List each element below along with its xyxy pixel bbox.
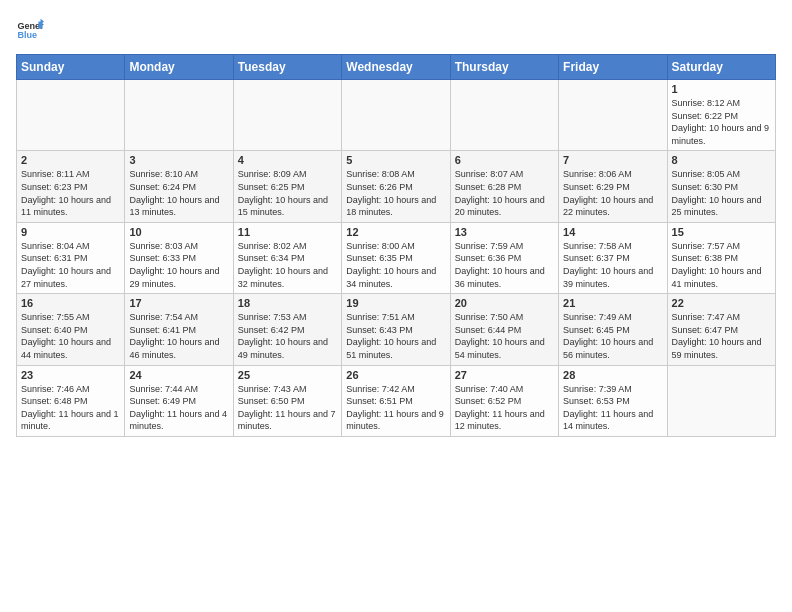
calendar-cell: 28Sunrise: 7:39 AM Sunset: 6:53 PM Dayli… (559, 365, 667, 436)
calendar-cell: 8Sunrise: 8:05 AM Sunset: 6:30 PM Daylig… (667, 151, 775, 222)
day-info: Sunrise: 8:12 AM Sunset: 6:22 PM Dayligh… (672, 97, 771, 147)
day-number: 3 (129, 154, 228, 166)
calendar-cell: 24Sunrise: 7:44 AM Sunset: 6:49 PM Dayli… (125, 365, 233, 436)
day-number: 26 (346, 369, 445, 381)
calendar-week-row: 2Sunrise: 8:11 AM Sunset: 6:23 PM Daylig… (17, 151, 776, 222)
day-info: Sunrise: 8:04 AM Sunset: 6:31 PM Dayligh… (21, 240, 120, 290)
day-header-friday: Friday (559, 55, 667, 80)
calendar-cell: 18Sunrise: 7:53 AM Sunset: 6:42 PM Dayli… (233, 294, 341, 365)
calendar-cell: 20Sunrise: 7:50 AM Sunset: 6:44 PM Dayli… (450, 294, 558, 365)
day-number: 4 (238, 154, 337, 166)
day-number: 5 (346, 154, 445, 166)
calendar-cell (559, 80, 667, 151)
day-info: Sunrise: 8:08 AM Sunset: 6:26 PM Dayligh… (346, 168, 445, 218)
calendar-cell: 10Sunrise: 8:03 AM Sunset: 6:33 PM Dayli… (125, 222, 233, 293)
day-number: 1 (672, 83, 771, 95)
day-info: Sunrise: 7:43 AM Sunset: 6:50 PM Dayligh… (238, 383, 337, 433)
calendar-week-row: 1Sunrise: 8:12 AM Sunset: 6:22 PM Daylig… (17, 80, 776, 151)
day-header-wednesday: Wednesday (342, 55, 450, 80)
calendar-cell (342, 80, 450, 151)
calendar-cell: 27Sunrise: 7:40 AM Sunset: 6:52 PM Dayli… (450, 365, 558, 436)
day-info: Sunrise: 7:53 AM Sunset: 6:42 PM Dayligh… (238, 311, 337, 361)
calendar-cell: 15Sunrise: 7:57 AM Sunset: 6:38 PM Dayli… (667, 222, 775, 293)
calendar-cell: 17Sunrise: 7:54 AM Sunset: 6:41 PM Dayli… (125, 294, 233, 365)
calendar-cell: 4Sunrise: 8:09 AM Sunset: 6:25 PM Daylig… (233, 151, 341, 222)
calendar-cell (233, 80, 341, 151)
day-info: Sunrise: 7:50 AM Sunset: 6:44 PM Dayligh… (455, 311, 554, 361)
day-info: Sunrise: 8:02 AM Sunset: 6:34 PM Dayligh… (238, 240, 337, 290)
day-number: 13 (455, 226, 554, 238)
day-info: Sunrise: 7:49 AM Sunset: 6:45 PM Dayligh… (563, 311, 662, 361)
calendar-cell: 1Sunrise: 8:12 AM Sunset: 6:22 PM Daylig… (667, 80, 775, 151)
day-number: 24 (129, 369, 228, 381)
calendar-cell: 7Sunrise: 8:06 AM Sunset: 6:29 PM Daylig… (559, 151, 667, 222)
day-number: 23 (21, 369, 120, 381)
day-info: Sunrise: 7:46 AM Sunset: 6:48 PM Dayligh… (21, 383, 120, 433)
day-info: Sunrise: 8:09 AM Sunset: 6:25 PM Dayligh… (238, 168, 337, 218)
day-info: Sunrise: 8:10 AM Sunset: 6:24 PM Dayligh… (129, 168, 228, 218)
day-number: 22 (672, 297, 771, 309)
day-number: 25 (238, 369, 337, 381)
calendar-cell: 2Sunrise: 8:11 AM Sunset: 6:23 PM Daylig… (17, 151, 125, 222)
calendar-week-row: 9Sunrise: 8:04 AM Sunset: 6:31 PM Daylig… (17, 222, 776, 293)
svg-text:Blue: Blue (17, 30, 37, 40)
day-info: Sunrise: 7:42 AM Sunset: 6:51 PM Dayligh… (346, 383, 445, 433)
day-info: Sunrise: 7:47 AM Sunset: 6:47 PM Dayligh… (672, 311, 771, 361)
day-info: Sunrise: 8:03 AM Sunset: 6:33 PM Dayligh… (129, 240, 228, 290)
calendar-cell: 3Sunrise: 8:10 AM Sunset: 6:24 PM Daylig… (125, 151, 233, 222)
logo: General Blue (16, 16, 48, 44)
day-info: Sunrise: 7:58 AM Sunset: 6:37 PM Dayligh… (563, 240, 662, 290)
calendar-cell (17, 80, 125, 151)
day-number: 9 (21, 226, 120, 238)
calendar-cell: 6Sunrise: 8:07 AM Sunset: 6:28 PM Daylig… (450, 151, 558, 222)
day-number: 27 (455, 369, 554, 381)
day-info: Sunrise: 8:00 AM Sunset: 6:35 PM Dayligh… (346, 240, 445, 290)
day-info: Sunrise: 7:55 AM Sunset: 6:40 PM Dayligh… (21, 311, 120, 361)
day-number: 28 (563, 369, 662, 381)
calendar-cell: 21Sunrise: 7:49 AM Sunset: 6:45 PM Dayli… (559, 294, 667, 365)
day-header-thursday: Thursday (450, 55, 558, 80)
header: General Blue (16, 16, 776, 44)
day-info: Sunrise: 8:07 AM Sunset: 6:28 PM Dayligh… (455, 168, 554, 218)
day-info: Sunrise: 7:51 AM Sunset: 6:43 PM Dayligh… (346, 311, 445, 361)
day-number: 15 (672, 226, 771, 238)
calendar-cell (125, 80, 233, 151)
day-header-tuesday: Tuesday (233, 55, 341, 80)
day-info: Sunrise: 8:05 AM Sunset: 6:30 PM Dayligh… (672, 168, 771, 218)
calendar-cell: 5Sunrise: 8:08 AM Sunset: 6:26 PM Daylig… (342, 151, 450, 222)
calendar: SundayMondayTuesdayWednesdayThursdayFrid… (16, 54, 776, 437)
day-number: 21 (563, 297, 662, 309)
day-info: Sunrise: 7:59 AM Sunset: 6:36 PM Dayligh… (455, 240, 554, 290)
day-info: Sunrise: 7:57 AM Sunset: 6:38 PM Dayligh… (672, 240, 771, 290)
calendar-cell: 19Sunrise: 7:51 AM Sunset: 6:43 PM Dayli… (342, 294, 450, 365)
day-number: 17 (129, 297, 228, 309)
calendar-cell: 14Sunrise: 7:58 AM Sunset: 6:37 PM Dayli… (559, 222, 667, 293)
day-number: 14 (563, 226, 662, 238)
calendar-cell: 12Sunrise: 8:00 AM Sunset: 6:35 PM Dayli… (342, 222, 450, 293)
day-number: 8 (672, 154, 771, 166)
calendar-cell (667, 365, 775, 436)
day-header-sunday: Sunday (17, 55, 125, 80)
day-number: 7 (563, 154, 662, 166)
calendar-week-row: 16Sunrise: 7:55 AM Sunset: 6:40 PM Dayli… (17, 294, 776, 365)
day-number: 20 (455, 297, 554, 309)
calendar-cell: 16Sunrise: 7:55 AM Sunset: 6:40 PM Dayli… (17, 294, 125, 365)
calendar-cell: 23Sunrise: 7:46 AM Sunset: 6:48 PM Dayli… (17, 365, 125, 436)
day-info: Sunrise: 7:39 AM Sunset: 6:53 PM Dayligh… (563, 383, 662, 433)
day-number: 19 (346, 297, 445, 309)
calendar-cell: 25Sunrise: 7:43 AM Sunset: 6:50 PM Dayli… (233, 365, 341, 436)
day-number: 10 (129, 226, 228, 238)
calendar-cell: 22Sunrise: 7:47 AM Sunset: 6:47 PM Dayli… (667, 294, 775, 365)
day-number: 16 (21, 297, 120, 309)
day-header-monday: Monday (125, 55, 233, 80)
day-info: Sunrise: 8:06 AM Sunset: 6:29 PM Dayligh… (563, 168, 662, 218)
day-number: 18 (238, 297, 337, 309)
day-info: Sunrise: 7:54 AM Sunset: 6:41 PM Dayligh… (129, 311, 228, 361)
calendar-cell: 9Sunrise: 8:04 AM Sunset: 6:31 PM Daylig… (17, 222, 125, 293)
calendar-week-row: 23Sunrise: 7:46 AM Sunset: 6:48 PM Dayli… (17, 365, 776, 436)
day-info: Sunrise: 7:40 AM Sunset: 6:52 PM Dayligh… (455, 383, 554, 433)
calendar-cell: 11Sunrise: 8:02 AM Sunset: 6:34 PM Dayli… (233, 222, 341, 293)
day-number: 6 (455, 154, 554, 166)
day-header-saturday: Saturday (667, 55, 775, 80)
calendar-header-row: SundayMondayTuesdayWednesdayThursdayFrid… (17, 55, 776, 80)
